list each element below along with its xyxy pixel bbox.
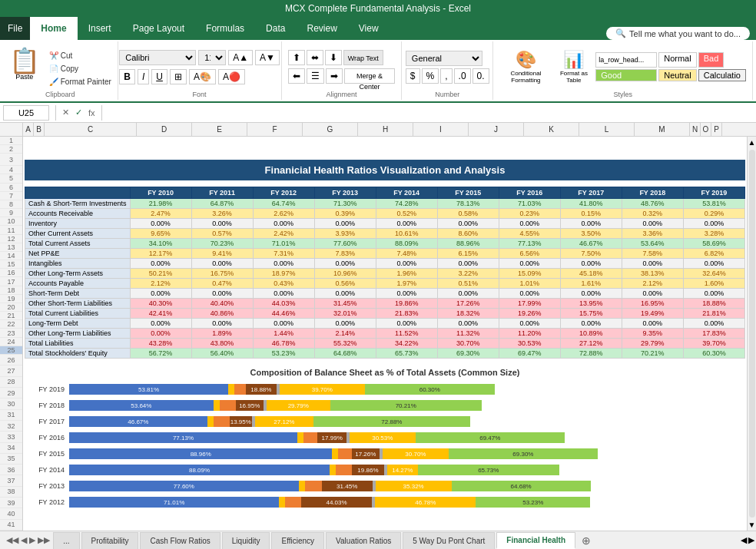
data-cell[interactable]: 0.51% bbox=[437, 279, 499, 289]
data-cell[interactable]: 11.52% bbox=[376, 329, 437, 339]
data-cell[interactable]: 9.65% bbox=[130, 229, 191, 239]
scroll-right[interactable]: ▲ ▼ bbox=[747, 137, 756, 531]
underline-button[interactable]: U bbox=[151, 69, 167, 84]
data-cell[interactable]: 3.50% bbox=[560, 229, 622, 239]
data-cell[interactable]: 0.00% bbox=[253, 289, 314, 299]
data-cell[interactable]: 12.17% bbox=[130, 249, 191, 259]
font-color-button[interactable]: A🔴 bbox=[218, 69, 245, 84]
data-cell[interactable]: 7.83% bbox=[314, 249, 376, 259]
data-cell[interactable]: 69.47% bbox=[499, 349, 560, 359]
cut-button[interactable]: ✂️ Cut bbox=[46, 50, 114, 61]
tab-profitability[interactable]: Profitability bbox=[81, 532, 139, 549]
data-cell[interactable]: 56.72% bbox=[130, 349, 191, 359]
data-cell[interactable]: 71.01% bbox=[253, 239, 314, 249]
data-cell[interactable]: 0.00% bbox=[130, 219, 191, 229]
data-cell[interactable]: 0.00% bbox=[560, 219, 622, 229]
data-cell[interactable]: 0.00% bbox=[622, 289, 683, 299]
data-cell[interactable]: 50.21% bbox=[130, 269, 191, 279]
data-cell[interactable]: 55.32% bbox=[314, 339, 376, 349]
data-cell[interactable]: 1.97% bbox=[376, 279, 437, 289]
data-cell[interactable]: 53.81% bbox=[683, 199, 744, 209]
data-cell[interactable]: 19.49% bbox=[622, 309, 683, 319]
data-cell[interactable]: 70.23% bbox=[191, 239, 253, 249]
data-cell[interactable]: 0.00% bbox=[499, 259, 560, 269]
bold-button[interactable]: B bbox=[119, 69, 135, 84]
cell-styles-input[interactable] bbox=[595, 52, 657, 68]
data-cell[interactable]: 0.00% bbox=[130, 289, 191, 299]
data-cell[interactable]: 0.00% bbox=[622, 319, 683, 329]
data-cell[interactable]: 7.31% bbox=[253, 249, 314, 259]
data-cell[interactable]: 53.64% bbox=[622, 239, 683, 249]
data-cell[interactable]: 77.60% bbox=[314, 239, 376, 249]
data-cell[interactable]: 39.70% bbox=[683, 339, 744, 349]
copy-button[interactable]: 📄 Copy bbox=[46, 63, 114, 74]
good-style-badge[interactable]: Good bbox=[595, 69, 657, 81]
tab-valuation-ratios[interactable]: Valuation Ratios bbox=[326, 532, 401, 549]
data-cell[interactable]: 42.41% bbox=[130, 309, 191, 319]
data-cell[interactable]: 18.88% bbox=[683, 299, 744, 309]
data-cell[interactable]: 16.75% bbox=[191, 269, 253, 279]
data-cell[interactable]: 64.74% bbox=[253, 199, 314, 209]
data-cell[interactable]: 40.40% bbox=[191, 299, 253, 309]
comma-button[interactable]: , bbox=[440, 68, 452, 84]
data-cell[interactable]: 0.58% bbox=[437, 209, 499, 219]
data-cell[interactable]: 0.23% bbox=[499, 209, 560, 219]
data-cell[interactable]: 21.81% bbox=[683, 309, 744, 319]
merge-center-button[interactable]: Merge & Center bbox=[344, 68, 396, 84]
data-cell[interactable]: 64.87% bbox=[191, 199, 253, 209]
tab-formulas[interactable]: Formulas bbox=[195, 17, 255, 40]
data-cell[interactable]: 10.89% bbox=[560, 329, 622, 339]
data-cell[interactable]: 0.00% bbox=[437, 259, 499, 269]
col-header-O[interactable]: O bbox=[701, 123, 711, 136]
sheet-scroll-left[interactable]: ◀ bbox=[741, 535, 747, 545]
data-cell[interactable]: 32.64% bbox=[683, 269, 744, 279]
data-cell[interactable]: 70.21% bbox=[622, 349, 683, 359]
data-cell[interactable]: 78.13% bbox=[437, 199, 499, 209]
data-cell[interactable]: 6.82% bbox=[683, 249, 744, 259]
normal-style-badge[interactable]: Normal bbox=[658, 52, 696, 68]
align-bottom-button[interactable]: ⬇ bbox=[325, 50, 342, 65]
data-cell[interactable]: 46.78% bbox=[253, 339, 314, 349]
data-cell[interactable]: 1.61% bbox=[560, 279, 622, 289]
col-header-F[interactable]: F bbox=[247, 123, 303, 136]
bad-style-badge[interactable]: Bad bbox=[698, 52, 724, 68]
fill-color-button[interactable]: A🎨 bbox=[189, 69, 216, 84]
data-cell[interactable]: 0.00% bbox=[376, 319, 437, 329]
data-cell[interactable]: 0.00% bbox=[683, 319, 744, 329]
tab-5-way-du-pont[interactable]: 5 Way Du Pont Chart bbox=[403, 532, 495, 549]
data-cell[interactable]: 43.28% bbox=[130, 339, 191, 349]
data-cell[interactable]: 7.58% bbox=[622, 249, 683, 259]
data-cell[interactable]: 0.00% bbox=[499, 319, 560, 329]
data-cell[interactable]: 0.57% bbox=[191, 229, 253, 239]
data-cell[interactable]: 3.36% bbox=[622, 229, 683, 239]
data-cell[interactable]: 1.01% bbox=[499, 279, 560, 289]
data-cell[interactable]: 0.39% bbox=[314, 209, 376, 219]
data-cell[interactable]: 64.68% bbox=[314, 349, 376, 359]
data-cell[interactable]: 71.30% bbox=[314, 199, 376, 209]
calculation-style-badge[interactable]: Calculatio bbox=[698, 69, 746, 81]
tab-navigation-arrows[interactable]: ◀◀ ◀ ▶ ▶▶ bbox=[3, 534, 53, 547]
data-cell[interactable]: 0.00% bbox=[253, 259, 314, 269]
increase-font-button[interactable]: A▲ bbox=[228, 50, 253, 65]
data-cell[interactable]: 56.40% bbox=[191, 349, 253, 359]
data-cell[interactable]: 3.28% bbox=[683, 229, 744, 239]
data-cell[interactable]: 2.42% bbox=[253, 229, 314, 239]
data-cell[interactable]: 0.00% bbox=[622, 219, 683, 229]
scroll-down-button[interactable]: ▼ bbox=[747, 519, 756, 531]
data-cell[interactable]: 41.80% bbox=[560, 199, 622, 209]
data-cell[interactable]: 0.00% bbox=[191, 289, 253, 299]
data-cell[interactable]: 0.00% bbox=[560, 289, 622, 299]
tab-home[interactable]: Home bbox=[30, 17, 77, 40]
data-cell[interactable]: 11.32% bbox=[437, 329, 499, 339]
data-cell[interactable]: 17.99% bbox=[499, 299, 560, 309]
add-sheet-button[interactable]: ⊕ bbox=[577, 533, 595, 548]
cell-reference-box[interactable] bbox=[3, 105, 49, 121]
data-cell[interactable]: 31.45% bbox=[314, 299, 376, 309]
col-header-L[interactable]: L bbox=[579, 123, 635, 136]
data-cell[interactable]: 0.00% bbox=[130, 259, 191, 269]
data-cell[interactable]: 0.00% bbox=[376, 259, 437, 269]
data-cell[interactable]: 71.03% bbox=[499, 199, 560, 209]
conditional-formatting-button[interactable]: 🎨 Conditional Formatting bbox=[499, 50, 552, 84]
data-cell[interactable]: 17.26% bbox=[437, 299, 499, 309]
data-cell[interactable]: 21.83% bbox=[376, 309, 437, 319]
